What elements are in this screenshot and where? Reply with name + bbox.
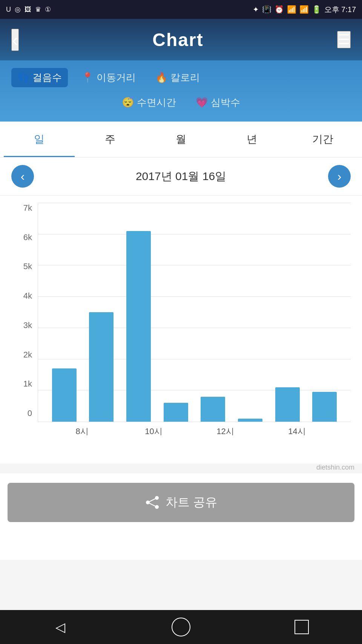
y-label-2k: 2k bbox=[11, 350, 32, 360]
nav-home-button[interactable] bbox=[168, 614, 194, 640]
calories-icon: 🔥 bbox=[155, 72, 167, 83]
bar-15 bbox=[312, 392, 337, 422]
y-axis-labels: 0 1k 2k 3k 4k 5k 6k 7k bbox=[11, 203, 32, 422]
filter-sleep[interactable]: 😴 수면시간 bbox=[116, 93, 182, 112]
share-section: 차트 공유 bbox=[0, 473, 362, 560]
y-label-1k: 1k bbox=[11, 379, 32, 389]
watermark: dietshin.com bbox=[0, 464, 362, 473]
status-icon-u: U bbox=[6, 6, 11, 14]
prev-date-button[interactable]: ‹ bbox=[11, 165, 34, 188]
wifi-icon: 📶 bbox=[287, 5, 296, 14]
time-display: 오후 7:17 bbox=[324, 5, 356, 15]
x-label-empty3 bbox=[243, 426, 279, 437]
app-header: ‹ Chart ☰ bbox=[0, 19, 362, 60]
svg-line-3 bbox=[148, 498, 157, 502]
bottom-navigation: ◁ bbox=[0, 610, 362, 644]
nav-back-icon: ◁ bbox=[55, 619, 65, 635]
nav-recent-icon bbox=[295, 620, 309, 634]
bluetooth-icon: ✦ bbox=[253, 5, 259, 14]
bar-group-12 bbox=[195, 397, 232, 422]
menu-icon: ☰ bbox=[338, 32, 350, 47]
filter-calories[interactable]: 🔥 칼로리 bbox=[149, 68, 206, 87]
status-bar: U ◎ 🖼 ♛ ① ✦ 📳 ⏰ 📶 📶 🔋 오후 7:17 bbox=[0, 0, 362, 19]
filter-steps[interactable]: 👣 걸음수 bbox=[11, 68, 68, 87]
filter-distance[interactable]: 📍 이동거리 bbox=[75, 68, 142, 87]
share-button[interactable]: 차트 공유 bbox=[8, 483, 354, 522]
next-icon: › bbox=[337, 169, 342, 183]
y-label-0: 0 bbox=[11, 408, 32, 418]
bar-group-15 bbox=[306, 392, 343, 422]
back-button[interactable]: ‹ bbox=[11, 29, 19, 51]
chart-area: 0 1k 2k 3k 4k 5k 6k 7k bbox=[0, 196, 362, 464]
vibrate-icon: 📳 bbox=[262, 5, 272, 14]
bar-group-10 bbox=[120, 231, 157, 422]
bar-group-13 bbox=[232, 419, 269, 422]
y-label-7k: 7k bbox=[11, 203, 32, 213]
tab-week[interactable]: 주 bbox=[75, 122, 146, 157]
x-label-10: 10시 bbox=[136, 426, 172, 437]
y-label-5k: 5k bbox=[11, 262, 32, 271]
clock-icon: ⏰ bbox=[275, 5, 284, 14]
y-label-6k: 6k bbox=[11, 233, 32, 242]
svg-line-4 bbox=[148, 502, 157, 507]
chart-container: 0 1k 2k 3k 4k 5k 6k 7k bbox=[11, 203, 351, 460]
distance-icon: 📍 bbox=[81, 72, 94, 83]
share-label: 차트 공유 bbox=[166, 494, 217, 511]
x-label-empty2 bbox=[172, 426, 207, 437]
bar-group-9 bbox=[83, 312, 120, 422]
tab-month[interactable]: 월 bbox=[146, 122, 216, 157]
bar-8 bbox=[52, 368, 77, 422]
period-tabs: 일 주 월 년 기간 bbox=[0, 122, 362, 157]
menu-button[interactable]: ☰ bbox=[337, 31, 351, 48]
nav-home-icon bbox=[172, 618, 190, 636]
battery-icon: 🔋 bbox=[312, 5, 321, 14]
prev-icon: ‹ bbox=[21, 169, 25, 183]
status-icon-num: ① bbox=[45, 5, 51, 14]
x-labels: 8시 10시 12시 14시 bbox=[38, 426, 351, 437]
filter-row-1: 👣 걸음수 📍 이동거리 🔥 칼로리 bbox=[11, 68, 351, 87]
next-date-button[interactable]: › bbox=[328, 165, 351, 188]
bar-group-11 bbox=[157, 403, 195, 422]
y-label-3k: 3k bbox=[11, 320, 32, 330]
bars-container bbox=[38, 203, 351, 422]
tab-period[interactable]: 기간 bbox=[287, 122, 358, 157]
x-label-12: 12시 bbox=[207, 426, 243, 437]
heartrate-icon: 💗 bbox=[196, 97, 208, 108]
status-icon-crown: ♛ bbox=[35, 5, 41, 14]
sleep-icon: 😴 bbox=[122, 97, 134, 108]
chart-inner bbox=[38, 203, 351, 422]
page-title: Chart bbox=[152, 29, 203, 50]
steps-icon: 👣 bbox=[17, 72, 29, 83]
bar-14 bbox=[275, 387, 300, 422]
x-label-empty1 bbox=[100, 426, 136, 437]
x-label-empty4 bbox=[315, 426, 351, 437]
current-date: 2017년 01월 16일 bbox=[136, 169, 226, 184]
status-icon-image: 🖼 bbox=[25, 6, 31, 14]
status-icon-circle: ◎ bbox=[15, 5, 21, 14]
nav-back-button[interactable]: ◁ bbox=[47, 614, 74, 640]
status-icons-right: ✦ 📳 ⏰ 📶 📶 🔋 오후 7:17 bbox=[253, 5, 356, 15]
bar-11 bbox=[164, 403, 188, 422]
signal-icon: 📶 bbox=[299, 5, 309, 14]
nav-recent-button[interactable] bbox=[288, 614, 315, 640]
filter-heartrate[interactable]: 💗 심박수 bbox=[190, 93, 246, 112]
bar-group-8 bbox=[46, 368, 83, 422]
back-icon: ‹ bbox=[12, 30, 18, 50]
bar-12 bbox=[201, 397, 225, 422]
bar-10 bbox=[126, 231, 151, 422]
y-label-4k: 4k bbox=[11, 291, 32, 301]
filter-row-2: 😴 수면시간 💗 심박수 bbox=[11, 93, 351, 112]
share-icon bbox=[145, 495, 160, 510]
bar-9 bbox=[89, 312, 114, 422]
status-icons-left: U ◎ 🖼 ♛ ① bbox=[6, 5, 51, 14]
tab-day[interactable]: 일 bbox=[4, 122, 75, 157]
bar-13 bbox=[238, 419, 262, 422]
bar-group-14 bbox=[269, 387, 306, 422]
x-label-14: 14시 bbox=[279, 426, 315, 437]
filter-section: 👣 걸음수 📍 이동거리 🔥 칼로리 😴 수면시간 💗 심박수 bbox=[0, 60, 362, 122]
date-navigator: ‹ 2017년 01월 16일 › bbox=[0, 157, 362, 196]
tab-year[interactable]: 년 bbox=[216, 122, 287, 157]
x-label-8: 8시 bbox=[64, 426, 100, 437]
